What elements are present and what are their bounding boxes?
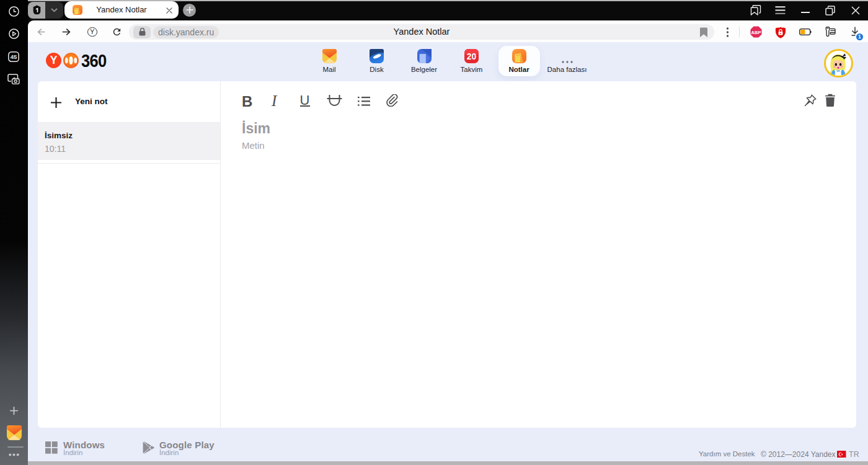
svg-text:20: 20 bbox=[467, 51, 477, 61]
svg-text:ABP: ABP bbox=[751, 30, 761, 35]
svg-text:45: 45 bbox=[11, 53, 17, 60]
